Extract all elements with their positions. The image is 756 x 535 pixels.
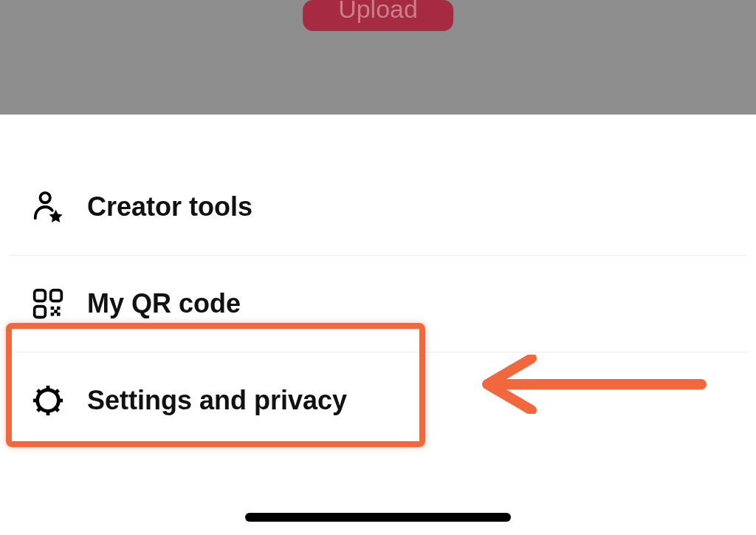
svg-point-0 [40, 193, 49, 202]
svg-rect-3 [35, 307, 46, 318]
qr-code-icon [30, 285, 66, 322]
svg-rect-4 [51, 307, 55, 310]
upload-button[interactable]: Upload [303, 0, 453, 31]
home-indicator [245, 513, 511, 522]
svg-rect-8 [54, 310, 58, 313]
svg-line-14 [55, 390, 58, 393]
menu-item-my-qr-code[interactable]: My QR code [0, 256, 756, 352]
svg-line-17 [38, 408, 41, 411]
svg-line-16 [55, 408, 58, 411]
menu-item-creator-tools[interactable]: Creator tools [0, 159, 756, 255]
menu-item-settings-privacy[interactable]: Settings and privacy [0, 352, 756, 449]
menu-item-label: Settings and privacy [87, 385, 347, 416]
svg-rect-5 [57, 307, 61, 310]
person-star-icon [30, 188, 66, 225]
svg-rect-6 [51, 313, 55, 316]
bottom-sheet-menu: Creator tools My QR code [0, 115, 756, 535]
svg-rect-1 [35, 290, 46, 301]
svg-point-9 [38, 390, 59, 412]
svg-rect-2 [51, 290, 62, 301]
menu-item-label: Creator tools [87, 191, 252, 222]
svg-line-15 [38, 390, 41, 393]
upload-button-label: Upload [338, 0, 418, 18]
menu-item-label: My QR code [87, 288, 241, 319]
gear-icon [30, 382, 66, 419]
